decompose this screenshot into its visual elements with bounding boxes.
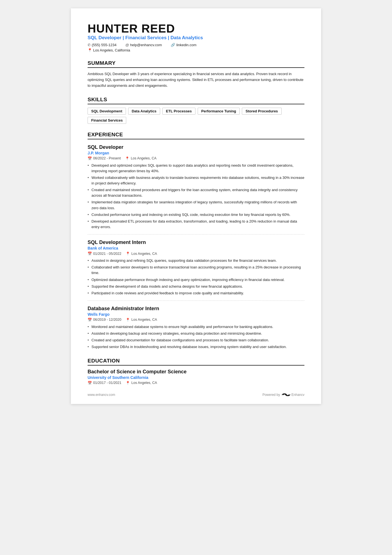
bullet-item: Conducted performance tuning and indexin… xyxy=(88,212,304,218)
location-pin-icon: 📍 xyxy=(126,318,130,322)
edu-degree: Bachelor of Science in Computer Science xyxy=(88,369,304,375)
job-dates: 📅 06/2019 - 12/2020 xyxy=(88,318,121,322)
experience-title: EXPERIENCE xyxy=(88,132,304,139)
skill-badge: Stored Procedures xyxy=(242,108,281,115)
bullet-item: Created and updated documentation for da… xyxy=(88,337,304,343)
candidate-name: HUNTER REED xyxy=(88,22,304,35)
skills-section: SKILLS SQL DevelopmentData AnalyticsETL … xyxy=(88,97,304,124)
footer-website: www.enhancv.com xyxy=(88,393,115,397)
contact-row: ✆ (555) 555-1234 @ help@enhancv.com 🔗 li… xyxy=(88,43,304,48)
email-icon: @ xyxy=(125,43,129,47)
phone-item: ✆ (555) 555-1234 xyxy=(88,43,116,47)
skills-container: SQL DevelopmentData AnalyticsETL Process… xyxy=(88,108,304,124)
skill-badge: ETL Processes xyxy=(162,108,195,115)
job-title: Database Administrator Intern xyxy=(88,306,304,312)
job-entry: SQL Development InternBank of America 📅 … xyxy=(88,234,304,296)
enhancv-logo: Enhancv xyxy=(282,392,304,397)
resume-page: HUNTER REED SQL Developer | Financial Se… xyxy=(71,8,321,404)
company-name: Wells Fargo xyxy=(88,312,304,317)
bullet-item: Supported the development of data models… xyxy=(88,284,304,289)
job-bullets: Developed and optimized complex SQL quer… xyxy=(88,163,304,230)
edu-dates: 📅 01/2017 - 01/2021 xyxy=(88,381,121,385)
enhancv-text: Enhancv xyxy=(291,393,304,397)
job-title: SQL Developer xyxy=(88,144,304,150)
footer-brand: Powered by Enhancv xyxy=(262,392,304,397)
job-location: 📍 Los Angeles, CA xyxy=(126,251,157,256)
job-location: 📍 Los Angeles, CA xyxy=(126,318,157,322)
bullet-item: Participated in code reviews and provide… xyxy=(88,290,304,296)
location-pin-icon: 📍 xyxy=(126,381,130,385)
location-pin-icon: 📍 xyxy=(126,251,130,256)
phone-icon: ✆ xyxy=(88,43,91,47)
linkedin-item[interactable]: 🔗 linkedin.com xyxy=(171,43,196,47)
job-bullets: Monitored and maintained database system… xyxy=(88,324,304,350)
job-divider xyxy=(88,234,304,235)
bullet-item: Collaborated with senior developers to e… xyxy=(88,265,304,276)
bullet-item: Developed automated ETL processes for da… xyxy=(88,219,304,230)
edu-school: University of Southern California xyxy=(88,375,304,380)
calendar-icon: 📅 xyxy=(88,381,92,385)
linkedin-icon: 🔗 xyxy=(171,43,175,47)
phone-number: (555) 555-1234 xyxy=(92,43,116,47)
education-section: EDUCATION Bachelor of Science in Compute… xyxy=(88,358,304,385)
skill-badge: SQL Development xyxy=(88,108,126,115)
edu-meta: 📅 01/2017 - 01/2021 📍 Los Angeles, CA xyxy=(88,381,304,385)
summary-title: SUMMARY xyxy=(88,60,304,68)
edu-location: 📍 Los Angeles, CA xyxy=(126,381,157,385)
skill-badge: Financial Services xyxy=(88,117,126,124)
job-meta: 📅 06/2022 - Present 📍 Los Angeles, CA xyxy=(88,156,304,161)
email-item: @ help@enhancv.com xyxy=(125,43,162,47)
job-entry: SQL DeveloperJ.P. Morgan 📅 06/2022 - Pre… xyxy=(88,144,304,230)
candidate-title: SQL Developer | Financial Services | Dat… xyxy=(88,35,304,41)
job-meta: 📅 01/2021 - 05/2022 📍 Los Angeles, CA xyxy=(88,251,304,256)
job-dates: 📅 01/2021 - 05/2022 xyxy=(88,251,121,256)
bullet-item: Assisted in designing and refining SQL q… xyxy=(88,258,304,263)
company-name: Bank of America xyxy=(88,246,304,250)
enhancv-icon xyxy=(282,392,291,397)
bullet-item: Supported senior DBAs in troubleshooting… xyxy=(88,344,304,350)
education-title: EDUCATION xyxy=(88,358,304,366)
company-name: J.P. Morgan xyxy=(88,151,304,155)
bullet-item: Monitored and maintained database system… xyxy=(88,324,304,330)
footer: www.enhancv.com Powered by Enhancv xyxy=(88,392,304,397)
skill-badge: Performance Tuning xyxy=(198,108,240,115)
experience-section: EXPERIENCE SQL DeveloperJ.P. Morgan 📅 06… xyxy=(88,132,304,350)
job-title: SQL Development Intern xyxy=(88,240,304,245)
experience-container: SQL DeveloperJ.P. Morgan 📅 06/2022 - Pre… xyxy=(88,144,304,350)
location-row: 📍 Los Angeles, California xyxy=(88,48,304,52)
calendar-icon: 📅 xyxy=(88,251,92,256)
job-bullets: Assisted in designing and refining SQL q… xyxy=(88,258,304,296)
job-dates: 📅 06/2022 - Present xyxy=(88,156,121,161)
location-pin-icon: 📍 xyxy=(125,156,130,161)
powered-by-label: Powered by xyxy=(262,393,280,397)
education-container: Bachelor of Science in Computer ScienceU… xyxy=(88,369,304,385)
calendar-icon: 📅 xyxy=(88,318,92,322)
linkedin-url: linkedin.com xyxy=(176,43,196,47)
calendar-icon: 📅 xyxy=(88,156,92,161)
bullet-item: Created and maintained stored procedures… xyxy=(88,187,304,198)
bullet-item: Optimized database performance through i… xyxy=(88,277,304,283)
job-entry: Database Administrator InternWells Fargo… xyxy=(88,300,304,350)
education-entry: Bachelor of Science in Computer ScienceU… xyxy=(88,369,304,385)
header-section: HUNTER REED SQL Developer | Financial Se… xyxy=(88,22,304,52)
location-icon: 📍 xyxy=(88,48,92,52)
bullet-item: Implemented data migration strategies fo… xyxy=(88,199,304,211)
email-address: help@enhancv.com xyxy=(130,43,162,47)
job-meta: 📅 06/2019 - 12/2020 📍 Los Angeles, CA xyxy=(88,318,304,322)
job-location: 📍 Los Angeles, CA xyxy=(125,156,156,161)
bullet-item: Assisted in developing backup and recove… xyxy=(88,331,304,336)
summary-text: Ambitious SQL Developer with 3 years of … xyxy=(88,71,304,88)
bullet-item: Developed and optimized complex SQL quer… xyxy=(88,163,304,174)
skill-badge: Data Analytics xyxy=(128,108,160,115)
bullet-item: Worked collaboratively with business ana… xyxy=(88,175,304,186)
location-text: Los Angeles, California xyxy=(93,48,130,52)
job-divider xyxy=(88,300,304,301)
skills-title: SKILLS xyxy=(88,97,304,104)
summary-section: SUMMARY Ambitious SQL Developer with 3 y… xyxy=(88,60,304,88)
